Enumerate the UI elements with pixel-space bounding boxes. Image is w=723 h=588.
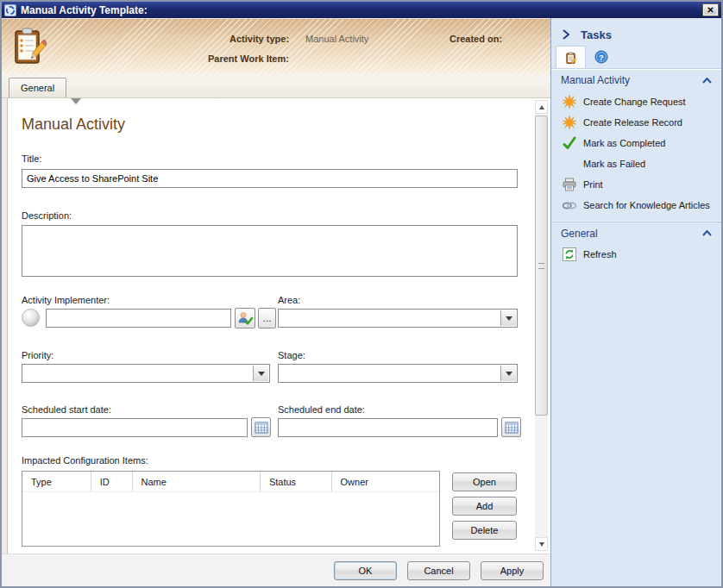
column-header-name[interactable]: Name <box>133 472 261 491</box>
task-item-label: Mark as Completed <box>583 138 665 148</box>
green-check-icon <box>562 136 577 151</box>
close-button[interactable]: ✕ <box>702 3 719 16</box>
task-item-label: Search for Knowledge Articles <box>583 200 710 210</box>
form-scrollbar[interactable] <box>535 100 548 551</box>
task-item-label: Create Release Record <box>583 117 682 128</box>
form-heading: Manual Activity <box>22 116 125 134</box>
svg-text:?: ? <box>599 53 604 62</box>
task-item-label: Create Change Request <box>583 97 686 107</box>
column-header-type[interactable]: Type <box>22 472 91 491</box>
scheduled-end-label: Scheduled end date: <box>278 404 365 415</box>
task-item-mark-as-failed[interactable]: Mark as Failed <box>551 153 721 174</box>
title-bar: Manual Activity Template: ✕ <box>2 2 721 18</box>
chevron-up-icon[interactable] <box>702 78 712 84</box>
task-item-print[interactable]: Print <box>551 174 721 195</box>
scroll-down-icon[interactable] <box>535 537 548 551</box>
open-button[interactable]: Open <box>452 472 517 491</box>
parent-work-item-label: Parent Work Item: <box>208 53 289 64</box>
calendar-icon <box>255 421 268 435</box>
task-item-label: Mark as Failed <box>583 159 645 169</box>
task-item-create-change-request[interactable]: Create Change Request <box>551 91 721 112</box>
scheduled-end-input[interactable] <box>278 418 498 437</box>
created-on-label: Created on: <box>450 34 502 44</box>
tasks-pane-title: Tasks <box>581 28 612 41</box>
add-button[interactable]: Add <box>452 497 517 516</box>
person-check-icon <box>237 310 253 326</box>
presence-sphere-icon <box>22 309 40 327</box>
tasks-pane-header[interactable]: Tasks <box>551 18 721 46</box>
chevron-down-icon[interactable] <box>500 310 516 326</box>
tab-notch-icon <box>71 98 81 104</box>
activity-implementer-label: Activity Implementer: <box>22 295 110 305</box>
chevron-down-icon[interactable] <box>253 366 268 381</box>
starburst-icon <box>562 116 577 130</box>
browse-user-button[interactable]: … <box>258 308 276 328</box>
form-area: Manual Activity Title: Description: Acti… <box>2 97 550 554</box>
impacted-ci-label: Impacted Configuration Items: <box>22 455 148 466</box>
activity-type-label: Activity type: <box>229 34 289 44</box>
cancel-button[interactable]: Cancel <box>407 561 470 580</box>
help-tab[interactable]: ? <box>586 46 616 68</box>
form-banner: Activity type: Manual Activity Created o… <box>2 18 550 74</box>
apply-button[interactable]: Apply <box>481 561 544 580</box>
activity-type-value: Manual Activity <box>305 34 368 44</box>
scroll-up-icon[interactable] <box>535 100 548 114</box>
column-header-status[interactable]: Status <box>261 472 332 491</box>
section-title: General <box>561 228 598 240</box>
section-header-manual-activity[interactable]: Manual Activity <box>551 69 721 91</box>
area-label: Area: <box>278 295 300 305</box>
task-item-search-knowledge-articles[interactable]: Search for Knowledge Articles <box>551 195 721 216</box>
task-item-label: Refresh <box>583 249 617 260</box>
end-date-picker-button[interactable] <box>501 417 521 437</box>
refresh-icon <box>562 247 577 262</box>
section-title: Manual Activity <box>561 74 630 86</box>
task-item-refresh[interactable]: Refresh <box>551 244 721 265</box>
app-icon <box>4 4 16 16</box>
chevron-down-icon[interactable] <box>500 366 516 381</box>
column-header-owner[interactable]: Owner <box>332 472 439 491</box>
clipboard-pencil-banner-icon <box>12 27 47 66</box>
impacted-ci-table[interactable]: Type ID Name Status Owner <box>22 471 440 547</box>
tab-general[interactable]: General <box>9 78 66 97</box>
ok-button[interactable]: OK <box>334 561 397 580</box>
scheduled-start-label: Scheduled start date: <box>22 404 111 415</box>
activity-implementer-input[interactable] <box>46 309 231 328</box>
description-input[interactable] <box>22 225 518 277</box>
title-label: Title: <box>22 153 41 164</box>
chevron-right-icon <box>563 29 569 40</box>
link-icon <box>562 198 577 213</box>
tasks-pane-tabs: ? <box>551 46 721 69</box>
stage-label: Stage: <box>278 350 305 360</box>
window-title: Manual Activity Template: <box>21 4 148 16</box>
section-header-general[interactable]: General <box>551 222 721 244</box>
title-input[interactable] <box>22 169 518 188</box>
starburst-icon <box>562 95 577 109</box>
priority-label: Priority: <box>22 350 53 360</box>
help-icon: ? <box>594 50 608 64</box>
area-combobox[interactable] <box>278 309 518 328</box>
description-label: Description: <box>22 210 72 221</box>
delete-button[interactable]: Delete <box>452 521 517 540</box>
printer-icon <box>562 178 577 192</box>
blank-icon <box>562 157 577 172</box>
task-item-create-release-record[interactable]: Create Release Record <box>551 112 721 133</box>
calendar-icon <box>505 421 519 435</box>
tasks-tab[interactable] <box>556 46 586 68</box>
chevron-up-icon[interactable] <box>702 230 712 236</box>
scheduled-start-input[interactable] <box>22 418 248 437</box>
dialog-footer: OK Cancel Apply <box>2 554 550 586</box>
start-date-picker-button[interactable] <box>251 417 271 437</box>
scrollbar-thumb[interactable] <box>535 116 548 416</box>
task-item-mark-as-completed[interactable]: Mark as Completed <box>551 133 721 153</box>
column-header-id[interactable]: ID <box>91 472 133 491</box>
ci-table-header-row: Type ID Name Status Owner <box>22 472 439 492</box>
tasks-pane: Tasks <box>550 18 721 586</box>
clipboard-pencil-icon <box>564 51 577 65</box>
tab-strip: General <box>2 74 550 97</box>
stage-combobox[interactable] <box>278 364 518 383</box>
manual-activity-template-dialog: Manual Activity Template: ✕ <box>0 0 723 588</box>
task-item-label: Print <box>583 179 603 190</box>
priority-combobox[interactable] <box>22 364 270 383</box>
resolve-user-button[interactable] <box>235 308 255 328</box>
